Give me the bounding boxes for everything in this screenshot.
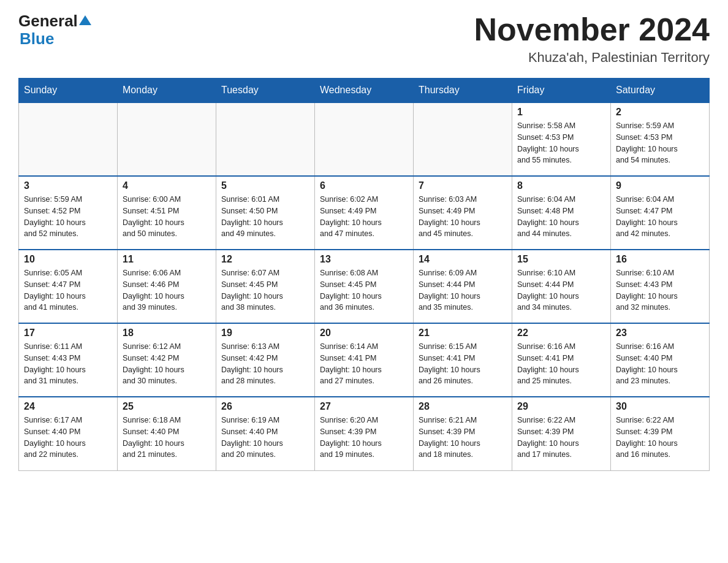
day-number: 16 xyxy=(616,254,704,265)
day-number: 23 xyxy=(616,327,704,339)
calendar-table: SundayMondayTuesdayWednesdayThursdayFrid… xyxy=(18,78,710,471)
day-info: Sunrise: 6:18 AMSunset: 4:40 PMDaylight:… xyxy=(123,415,211,461)
calendar-cell xyxy=(118,102,216,176)
calendar-cell xyxy=(19,102,118,176)
day-info: Sunrise: 6:11 AMSunset: 4:43 PMDaylight:… xyxy=(24,341,112,387)
day-number: 29 xyxy=(517,401,605,412)
day-info: Sunrise: 6:16 AMSunset: 4:40 PMDaylight:… xyxy=(616,341,704,387)
logo-general: General xyxy=(18,12,78,30)
calendar-cell: 28Sunrise: 6:21 AMSunset: 4:39 PMDayligh… xyxy=(414,397,512,470)
calendar-cell: 13Sunrise: 6:08 AMSunset: 4:45 PMDayligh… xyxy=(315,250,414,323)
day-info: Sunrise: 6:01 AMSunset: 4:50 PMDaylight:… xyxy=(221,194,309,240)
day-number: 6 xyxy=(320,180,408,191)
day-info: Sunrise: 6:10 AMSunset: 4:43 PMDaylight:… xyxy=(616,267,704,313)
calendar-cell: 12Sunrise: 6:07 AMSunset: 4:45 PMDayligh… xyxy=(216,250,315,323)
calendar-cell: 14Sunrise: 6:09 AMSunset: 4:44 PMDayligh… xyxy=(414,250,512,323)
calendar-cell: 22Sunrise: 6:16 AMSunset: 4:41 PMDayligh… xyxy=(512,323,611,397)
day-number: 8 xyxy=(517,180,605,191)
day-info: Sunrise: 6:19 AMSunset: 4:40 PMDaylight:… xyxy=(221,415,309,461)
day-info: Sunrise: 6:22 AMSunset: 4:39 PMDaylight:… xyxy=(517,415,605,461)
location-title: Khuza'ah, Palestinian Territory xyxy=(474,50,710,66)
page-header: General Blue November 2024 Khuza'ah, Pal… xyxy=(18,12,710,66)
logo: General Blue xyxy=(18,12,93,47)
day-number: 18 xyxy=(123,327,211,339)
calendar-cell: 2Sunrise: 5:59 AMSunset: 4:53 PMDaylight… xyxy=(611,102,710,176)
day-number: 7 xyxy=(419,180,507,191)
day-number: 24 xyxy=(24,401,112,412)
calendar-cell: 30Sunrise: 6:22 AMSunset: 4:39 PMDayligh… xyxy=(611,397,710,470)
week-row-5: 24Sunrise: 6:17 AMSunset: 4:40 PMDayligh… xyxy=(19,397,710,470)
day-number: 5 xyxy=(221,180,309,191)
calendar-cell: 4Sunrise: 6:00 AMSunset: 4:51 PMDaylight… xyxy=(118,176,216,250)
day-info: Sunrise: 5:59 AMSunset: 4:52 PMDaylight:… xyxy=(24,194,112,240)
calendar-cell: 19Sunrise: 6:13 AMSunset: 4:42 PMDayligh… xyxy=(216,323,315,397)
day-info: Sunrise: 6:21 AMSunset: 4:39 PMDaylight:… xyxy=(419,415,507,461)
day-number: 2 xyxy=(616,107,704,118)
day-number: 17 xyxy=(24,327,112,339)
day-info: Sunrise: 6:15 AMSunset: 4:41 PMDaylight:… xyxy=(419,341,507,387)
week-row-2: 3Sunrise: 5:59 AMSunset: 4:52 PMDaylight… xyxy=(19,176,710,250)
calendar-cell: 1Sunrise: 5:58 AMSunset: 4:53 PMDaylight… xyxy=(512,102,611,176)
calendar-cell: 24Sunrise: 6:17 AMSunset: 4:40 PMDayligh… xyxy=(19,397,118,470)
calendar-cell: 26Sunrise: 6:19 AMSunset: 4:40 PMDayligh… xyxy=(216,397,315,470)
weekday-header-thursday: Thursday xyxy=(414,79,512,103)
day-number: 27 xyxy=(320,401,408,412)
logo-icon xyxy=(78,14,92,28)
day-number: 21 xyxy=(419,327,507,339)
day-info: Sunrise: 6:22 AMSunset: 4:39 PMDaylight:… xyxy=(616,415,704,461)
weekday-header-saturday: Saturday xyxy=(611,79,710,103)
weekday-header-wednesday: Wednesday xyxy=(315,79,414,103)
day-info: Sunrise: 6:08 AMSunset: 4:45 PMDaylight:… xyxy=(320,267,408,313)
calendar-cell: 8Sunrise: 6:04 AMSunset: 4:48 PMDaylight… xyxy=(512,176,611,250)
day-info: Sunrise: 6:03 AMSunset: 4:49 PMDaylight:… xyxy=(419,194,507,240)
calendar-cell: 6Sunrise: 6:02 AMSunset: 4:49 PMDaylight… xyxy=(315,176,414,250)
day-info: Sunrise: 6:20 AMSunset: 4:39 PMDaylight:… xyxy=(320,415,408,461)
day-info: Sunrise: 6:07 AMSunset: 4:45 PMDaylight:… xyxy=(221,267,309,313)
calendar-cell: 15Sunrise: 6:10 AMSunset: 4:44 PMDayligh… xyxy=(512,250,611,323)
weekday-header-friday: Friday xyxy=(512,79,611,103)
weekday-header-monday: Monday xyxy=(118,79,216,103)
day-info: Sunrise: 6:12 AMSunset: 4:42 PMDaylight:… xyxy=(123,341,211,387)
title-section: November 2024 Khuza'ah, Palestinian Terr… xyxy=(474,12,710,66)
calendar-cell: 5Sunrise: 6:01 AMSunset: 4:50 PMDaylight… xyxy=(216,176,315,250)
day-info: Sunrise: 6:14 AMSunset: 4:41 PMDaylight:… xyxy=(320,341,408,387)
day-number: 10 xyxy=(24,254,112,265)
day-number: 25 xyxy=(123,401,211,412)
day-info: Sunrise: 6:02 AMSunset: 4:49 PMDaylight:… xyxy=(320,194,408,240)
day-number: 3 xyxy=(24,180,112,191)
day-number: 4 xyxy=(123,180,211,191)
day-number: 14 xyxy=(419,254,507,265)
calendar-cell: 23Sunrise: 6:16 AMSunset: 4:40 PMDayligh… xyxy=(611,323,710,397)
day-info: Sunrise: 6:04 AMSunset: 4:47 PMDaylight:… xyxy=(616,194,704,240)
calendar-cell: 7Sunrise: 6:03 AMSunset: 4:49 PMDaylight… xyxy=(414,176,512,250)
calendar-cell: 11Sunrise: 6:06 AMSunset: 4:46 PMDayligh… xyxy=(118,250,216,323)
month-title: November 2024 xyxy=(474,12,710,47)
calendar-cell: 21Sunrise: 6:15 AMSunset: 4:41 PMDayligh… xyxy=(414,323,512,397)
calendar-cell: 20Sunrise: 6:14 AMSunset: 4:41 PMDayligh… xyxy=(315,323,414,397)
calendar-cell: 9Sunrise: 6:04 AMSunset: 4:47 PMDaylight… xyxy=(611,176,710,250)
day-number: 28 xyxy=(419,401,507,412)
calendar-cell xyxy=(315,102,414,176)
day-info: Sunrise: 6:16 AMSunset: 4:41 PMDaylight:… xyxy=(517,341,605,387)
week-row-4: 17Sunrise: 6:11 AMSunset: 4:43 PMDayligh… xyxy=(19,323,710,397)
weekday-header-sunday: Sunday xyxy=(19,79,118,103)
day-info: Sunrise: 6:10 AMSunset: 4:44 PMDaylight:… xyxy=(517,267,605,313)
week-row-3: 10Sunrise: 6:05 AMSunset: 4:47 PMDayligh… xyxy=(19,250,710,323)
day-number: 9 xyxy=(616,180,704,191)
day-number: 13 xyxy=(320,254,408,265)
calendar-cell: 10Sunrise: 6:05 AMSunset: 4:47 PMDayligh… xyxy=(19,250,118,323)
calendar-cell: 29Sunrise: 6:22 AMSunset: 4:39 PMDayligh… xyxy=(512,397,611,470)
day-info: Sunrise: 5:59 AMSunset: 4:53 PMDaylight:… xyxy=(616,120,704,166)
day-number: 1 xyxy=(517,107,605,118)
day-number: 30 xyxy=(616,401,704,412)
weekday-header-row: SundayMondayTuesdayWednesdayThursdayFrid… xyxy=(19,79,710,103)
day-info: Sunrise: 5:58 AMSunset: 4:53 PMDaylight:… xyxy=(517,120,605,166)
day-number: 22 xyxy=(517,327,605,339)
day-number: 12 xyxy=(221,254,309,265)
week-row-1: 1Sunrise: 5:58 AMSunset: 4:53 PMDaylight… xyxy=(19,102,710,176)
logo-blue: Blue xyxy=(20,29,54,48)
day-info: Sunrise: 6:17 AMSunset: 4:40 PMDaylight:… xyxy=(24,415,112,461)
calendar-cell: 16Sunrise: 6:10 AMSunset: 4:43 PMDayligh… xyxy=(611,250,710,323)
day-info: Sunrise: 6:09 AMSunset: 4:44 PMDaylight:… xyxy=(419,267,507,313)
day-number: 20 xyxy=(320,327,408,339)
